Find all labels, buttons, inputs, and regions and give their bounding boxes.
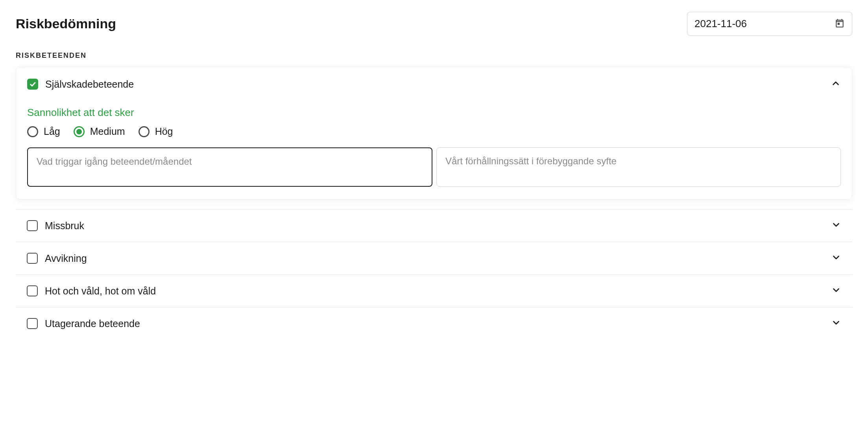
risk-row-missbruk[interactable]: Missbruk <box>16 209 852 242</box>
checkbox-missbruk[interactable] <box>27 220 38 231</box>
chevron-down-icon[interactable] <box>831 252 841 264</box>
checkbox-utagerande[interactable] <box>27 318 38 329</box>
chevron-down-icon[interactable] <box>831 220 841 232</box>
checkbox-hot-vald[interactable] <box>27 285 38 296</box>
date-value: 2021-11-06 <box>694 18 747 30</box>
risk-row-avvikning[interactable]: Avvikning <box>16 242 852 274</box>
trigger-textarea[interactable]: Vad triggar igång beteendet/måendet <box>27 147 432 187</box>
svg-rect-0 <box>838 22 840 24</box>
radio-option-high[interactable]: Hög <box>139 126 173 137</box>
radio-label-low: Låg <box>44 126 60 137</box>
row-label: Missbruk <box>45 220 84 232</box>
checkbox-avvikning[interactable] <box>27 253 38 264</box>
risk-row-utagerande[interactable]: Utagerande beteende <box>16 307 852 340</box>
chevron-up-icon[interactable] <box>831 78 841 90</box>
probability-label: Sannolikhet att det sker <box>27 107 841 119</box>
risk-card-self-harm: Självskadebeteende Sannolikhet att det s… <box>16 67 852 200</box>
radio-high[interactable] <box>139 126 150 137</box>
page-title: Riskbedömning <box>16 16 116 31</box>
card-header[interactable]: Självskadebeteende <box>27 78 841 90</box>
probability-radio-group: Låg Medium Hög <box>27 126 841 137</box>
radio-option-low[interactable]: Låg <box>27 126 60 137</box>
section-label: RISKBETEENDEN <box>16 51 852 60</box>
radio-low[interactable] <box>27 126 38 137</box>
row-label: Avvikning <box>45 253 87 264</box>
chevron-down-icon[interactable] <box>831 318 841 329</box>
row-label: Utagerande beteende <box>45 318 140 329</box>
checkbox-self-harm[interactable] <box>27 79 38 90</box>
risk-row-hot-vald[interactable]: Hot och våld, hot om våld <box>16 274 852 307</box>
item-label: Självskadebeteende <box>45 79 134 90</box>
radio-option-medium[interactable]: Medium <box>74 126 125 137</box>
radio-label-medium: Medium <box>90 126 125 137</box>
date-field[interactable]: 2021-11-06 <box>687 12 852 36</box>
approach-textarea[interactable]: Vårt förhållningssätt i förebyggande syf… <box>436 147 841 187</box>
calendar-icon <box>835 18 845 30</box>
radio-medium[interactable] <box>74 126 85 137</box>
chevron-down-icon[interactable] <box>831 285 841 297</box>
radio-label-high: Hög <box>155 126 173 137</box>
row-label: Hot och våld, hot om våld <box>45 285 156 297</box>
